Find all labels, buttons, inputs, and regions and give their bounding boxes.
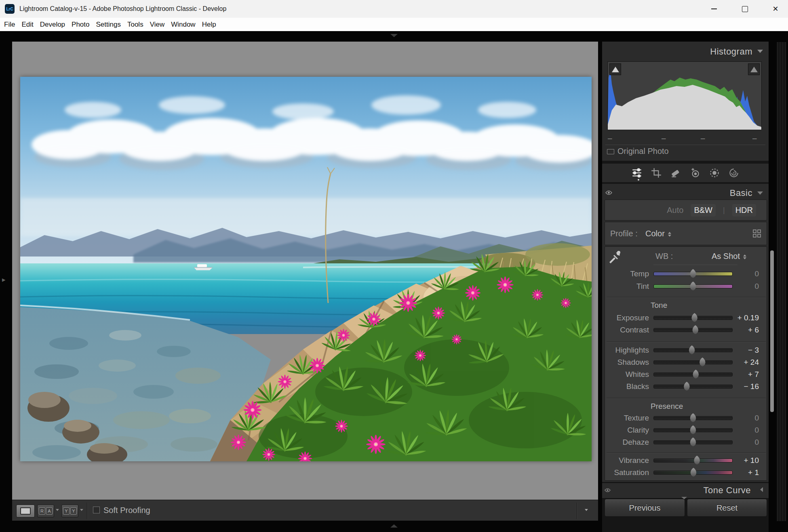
menu-help[interactable]: Help	[199, 21, 219, 29]
slider-shadows-track[interactable]	[653, 360, 733, 364]
slider-highlights-track[interactable]	[653, 348, 733, 352]
slider-shadows-value[interactable]: + 24	[725, 358, 759, 367]
slider-texture-label[interactable]: Texture	[605, 414, 649, 423]
left-panel-expand-arrow[interactable]: ▸	[2, 275, 6, 284]
hdr-button[interactable]: HDR	[732, 204, 756, 217]
slider-temp-label[interactable]: Temp	[605, 269, 649, 278]
menu-view[interactable]: View	[147, 21, 168, 29]
red-eye-icon[interactable]	[689, 167, 701, 179]
slider-whites-track[interactable]	[653, 372, 733, 376]
close-button[interactable]: ✕	[763, 0, 788, 18]
slider-saturation-value[interactable]: + 1	[725, 468, 759, 477]
slider-dehaze-value[interactable]: 0	[725, 438, 759, 447]
slider-highlights-value[interactable]: − 3	[725, 346, 759, 355]
menu-photo[interactable]: Photo	[68, 21, 93, 29]
wb-dropdown[interactable]: As Shot	[712, 252, 746, 261]
slider-vibrance-label[interactable]: Vibrance	[605, 456, 649, 465]
soft-proofing-checkbox[interactable]	[93, 507, 100, 513]
slider-vibrance-track[interactable]	[653, 458, 733, 463]
slider-exposure-track[interactable]	[653, 316, 733, 320]
slider-dehaze-knob[interactable]	[690, 437, 697, 446]
slider-vibrance-knob[interactable]	[693, 456, 700, 465]
tone-curve-panel-title[interactable]: Tone Curve	[703, 485, 751, 496]
slider-exposure-value[interactable]: + 0.19	[725, 313, 759, 322]
slider-contrast-label[interactable]: Contrast	[605, 326, 649, 334]
slider-blacks-knob[interactable]	[683, 382, 690, 391]
slider-saturation-knob[interactable]	[690, 468, 697, 477]
menu-develop[interactable]: Develop	[37, 21, 68, 29]
histogram-panel-title[interactable]: Histogram	[710, 46, 752, 57]
tone-curve-solo-icon[interactable]	[760, 487, 763, 492]
toolbar-content-dropdown[interactable]	[585, 509, 588, 511]
reset-button[interactable]: Reset	[687, 499, 767, 517]
histogram-collapse-icon[interactable]	[757, 50, 763, 53]
slider-clarity-track[interactable]	[653, 428, 733, 432]
masking-icon[interactable]	[709, 167, 720, 179]
maximize-button[interactable]	[732, 0, 757, 18]
slider-shadows-label[interactable]: Shadows	[605, 358, 649, 367]
slider-whites-label[interactable]: Whites	[605, 370, 649, 379]
slider-contrast-value[interactable]: + 6	[725, 326, 759, 334]
slider-dehaze-track[interactable]	[653, 440, 733, 444]
slider-clarity-value[interactable]: 0	[725, 426, 759, 435]
slider-tint-value[interactable]: 0	[725, 282, 759, 291]
highlight-clipping-button[interactable]	[748, 63, 760, 75]
bw-button[interactable]: B&W	[691, 204, 716, 217]
menu-settings[interactable]: Settings	[93, 21, 124, 29]
slider-whites-value[interactable]: + 7	[725, 370, 759, 379]
healing-icon[interactable]	[670, 167, 681, 179]
slider-whites-knob[interactable]	[692, 370, 699, 378]
top-panel-collapse-arrow[interactable]	[390, 34, 398, 37]
tone-curve-eye-icon[interactable]	[605, 488, 611, 492]
basic-collapse-icon[interactable]	[757, 191, 763, 195]
basic-panel-eye-icon[interactable]	[605, 190, 612, 195]
photo-preview[interactable]	[20, 77, 592, 461]
loupe-view-button[interactable]	[16, 505, 35, 517]
panel-scrollbar-thumb[interactable]	[770, 250, 774, 412]
slider-exposure-knob[interactable]	[691, 313, 698, 322]
slider-exposure-label[interactable]: Exposure	[605, 313, 649, 322]
slider-tint-label[interactable]: Tint	[605, 282, 649, 291]
slider-contrast-knob[interactable]	[692, 325, 699, 334]
slider-temp-knob[interactable]	[690, 269, 697, 278]
compare-view-button[interactable]: R A	[37, 505, 54, 517]
slider-vibrance-value[interactable]: + 10	[725, 456, 759, 465]
slider-highlights-label[interactable]: Highlights	[605, 346, 649, 355]
slider-highlights-knob[interactable]	[689, 345, 695, 354]
slider-blacks-value[interactable]: − 16	[725, 382, 759, 391]
profile-dropdown[interactable]: Color	[645, 229, 671, 238]
wb-eyedropper-icon[interactable]	[608, 249, 622, 264]
slider-temp-track[interactable]	[653, 272, 733, 276]
compare-view-dropdown[interactable]	[56, 509, 59, 511]
slider-tint-track[interactable]	[653, 284, 733, 288]
histogram-display[interactable]	[607, 61, 762, 130]
panel-edge-grip[interactable]	[776, 42, 786, 521]
slider-saturation-track[interactable]	[653, 471, 733, 475]
slider-texture-track[interactable]	[653, 416, 733, 420]
slider-clarity-label[interactable]: Clarity	[605, 426, 649, 435]
menu-tools[interactable]: Tools	[124, 21, 147, 29]
slider-texture-value[interactable]: 0	[725, 414, 759, 423]
slider-blacks-track[interactable]	[653, 385, 733, 389]
slider-clarity-knob[interactable]	[690, 425, 697, 434]
before-after-button[interactable]: Y Y	[61, 505, 78, 517]
before-after-dropdown[interactable]	[80, 509, 83, 511]
slider-contrast-track[interactable]	[653, 328, 733, 332]
basic-panel-title[interactable]: Basic	[730, 188, 752, 198]
slider-texture-knob[interactable]	[690, 413, 697, 422]
menu-file[interactable]: File	[1, 21, 18, 29]
slider-dehaze-label[interactable]: Dehaze	[605, 438, 649, 447]
slider-tint-knob[interactable]	[690, 282, 697, 290]
minimize-button[interactable]	[702, 0, 727, 18]
previous-button[interactable]: Previous	[605, 499, 685, 517]
profile-browser-icon[interactable]	[753, 229, 761, 238]
lens-effects-icon[interactable]	[728, 167, 740, 179]
slider-shadows-knob[interactable]	[699, 357, 706, 366]
slider-blacks-label[interactable]: Blacks	[605, 382, 649, 391]
bottom-panel-expand-arrow[interactable]	[390, 524, 398, 528]
edit-sliders-icon[interactable]	[631, 167, 643, 179]
slider-temp-value[interactable]: 0	[725, 269, 759, 278]
auto-button[interactable]: Auto	[667, 206, 683, 215]
crop-overlay-icon[interactable]	[651, 167, 662, 179]
shadow-clipping-button[interactable]	[609, 63, 621, 75]
